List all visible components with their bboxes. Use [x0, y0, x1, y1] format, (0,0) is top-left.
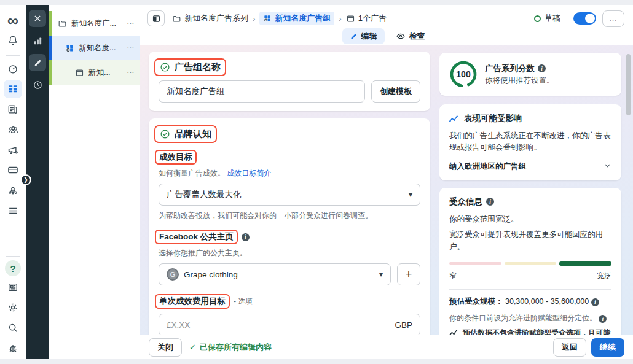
meta-logo-icon[interactable]: ∞ [4, 11, 22, 29]
breadcrumb-sep-icon: › [253, 14, 255, 23]
close-button[interactable]: 关闭 [149, 338, 182, 357]
adset-grid-icon [263, 14, 272, 23]
content-scrollbar[interactable] [626, 54, 631, 115]
chevron-down-icon [604, 161, 611, 171]
annotation-box: 品牌认知 [154, 125, 217, 143]
rail-divider [6, 55, 20, 56]
main-panel: 新知名度广告系列 › 新知名度广告组 › 1个广告 [140, 5, 633, 359]
awareness-card: 品牌认知 成效目标 如何衡量广告成效。 成效目标简介 广告覆盖人数最大化 ▾ 为… [149, 118, 430, 335]
score-value: 100 [449, 60, 478, 88]
add-page-button[interactable]: + [397, 263, 420, 285]
breadcrumb-campaign[interactable]: 新知名度广告系列 [172, 13, 248, 24]
tree-item-ad[interactable]: 新知... ⋯ [49, 60, 140, 85]
adset-name-input[interactable] [167, 87, 357, 96]
info-icon[interactable]: i [538, 64, 546, 72]
rail-divider-bottom [6, 256, 20, 257]
page-label: Facebook 公共主页 [155, 230, 238, 244]
cost-input[interactable] [167, 320, 395, 330]
main-header: 新知名度广告系列 › 新知名度广告组 › 1个广告 [140, 5, 633, 45]
ads-megaphone-icon[interactable] [4, 141, 22, 159]
ad-frame-icon [75, 68, 84, 77]
tree-item-menu-icon[interactable]: ⋯ [127, 44, 135, 52]
create-template-button[interactable]: 创建模板 [371, 80, 420, 103]
expand-rail-arrow[interactable]: ❯ [20, 174, 31, 185]
goal-note: 为帮助改善投放，我们可能会对你的一小部分受众进行问卷调查。 [159, 211, 420, 221]
account-overview-gauge-icon[interactable] [4, 60, 22, 78]
goal-help: 如何衡量广告成效。 成效目标简介 [159, 168, 420, 179]
edit-tab[interactable]: 编辑 [342, 28, 385, 44]
edit-pencil-icon[interactable] [29, 54, 46, 71]
audience-divider [449, 289, 611, 290]
campaigns-table-icon[interactable] [4, 80, 22, 98]
audience-line1: 你的受众范围宽泛。 [449, 214, 611, 225]
awareness-title: 品牌认知 [175, 128, 211, 140]
audience-line2: 宽泛受众可提升表现并覆盖更多可能回应的用户。 [449, 229, 611, 253]
meter-segment-mid [505, 262, 557, 265]
tree-item-menu-icon[interactable]: ⋯ [127, 19, 135, 28]
cost-optional: - 选填 [234, 296, 253, 307]
info-icon[interactable]: i [591, 298, 599, 306]
footer-bar: 关闭 ✓ 已保存所有编辑内容 返回 继续 [140, 335, 633, 359]
back-button[interactable]: 返回 [553, 338, 586, 357]
caret-down-icon: ▾ [379, 270, 383, 279]
score-desc: 你将使用推荐设置。 [485, 76, 554, 86]
audience-title: 受众信息 [449, 196, 482, 207]
trend-icon [449, 329, 459, 335]
draft-status-icon [534, 15, 541, 22]
news-icon[interactable] [4, 278, 22, 296]
pages-icon[interactable] [4, 100, 22, 118]
tree-item-menu-icon[interactable]: ⋯ [127, 68, 135, 77]
collapse-panel-icon[interactable] [147, 10, 165, 26]
breadcrumb: 新知名度广告系列 › 新知名度广告组 › 1个广告 [172, 12, 387, 25]
close-icon[interactable] [29, 10, 46, 27]
trend-icon [449, 115, 460, 123]
estimate-row: 预估受众规模： 30,300,000 - 35,600,000 i [449, 296, 611, 307]
goal-select[interactable]: 广告覆盖人数最大化 ▾ [159, 184, 420, 206]
audiences-icon[interactable] [4, 120, 22, 139]
continue-button[interactable]: 继续 [591, 338, 624, 357]
assets-org-icon[interactable] [4, 181, 22, 199]
info-icon[interactable]: i [242, 233, 250, 241]
notifications-bell-icon[interactable] [4, 31, 22, 50]
goal-help-link[interactable]: 成效目标简介 [227, 169, 271, 177]
europe-adsets-expander[interactable]: 纳入欧洲地区的广告组 [449, 161, 611, 172]
check-circle-icon [160, 129, 170, 139]
meter-segment-broad [559, 261, 611, 266]
campaign-score-card: 100 广告系列分数 i 你将使用推荐设置。 [439, 53, 621, 96]
all-tools-menu-icon[interactable] [4, 201, 22, 220]
help-icon[interactable]: ? [5, 260, 21, 276]
annotation-box: 广告组名称 [154, 58, 226, 76]
tree-item-label: 新知名度... [79, 43, 127, 53]
charts-icon[interactable] [29, 32, 46, 49]
page-select[interactable]: G Grape clothing ▾ [159, 263, 391, 285]
tree-item-campaign[interactable]: 新知名度广... ⋯ [49, 11, 140, 36]
more-options-button[interactable]: … [602, 10, 624, 27]
history-clock-icon[interactable] [29, 76, 46, 93]
billing-card-icon[interactable] [4, 161, 22, 179]
folder-icon [58, 19, 67, 28]
audience-note2: 预估数据不包含进阶赋能型受众选项，且可能会随时 [449, 328, 611, 335]
search-icon[interactable] [4, 319, 22, 337]
content-area: 广告组名称 创建模板 品牌认知 成效目标 [140, 45, 633, 335]
publish-toggle[interactable] [573, 12, 596, 25]
tree-item-adset[interactable]: 新知名度... ⋯ [49, 36, 140, 60]
audience-card: 受众信息 i 你的受众范围宽泛。 宽泛受众可提升表现并覆盖更多可能回应的用户。 … [439, 188, 621, 335]
settings-gear-icon[interactable] [4, 298, 22, 317]
info-icon[interactable]: i [486, 198, 494, 206]
edit-indicator-strip [49, 60, 52, 85]
meter-segment-narrow [449, 262, 501, 265]
breadcrumb-ad[interactable]: 1个广告 [346, 13, 387, 24]
breadcrumb-adset[interactable]: 新知名度广告组 [259, 12, 334, 25]
audience-breadth-meter [449, 261, 611, 266]
review-tab[interactable]: 检查 [390, 28, 431, 44]
scale-broad-label: 宽泛 [597, 271, 611, 281]
adset-grid-icon [65, 44, 74, 53]
goal-label: 成效目标 [155, 150, 197, 165]
adset-name-card: 广告组名称 创建模板 [149, 52, 430, 111]
side-column: 100 广告系列分数 i 你将使用推荐设置。 表现可能受影响 [439, 53, 621, 335]
info-icon[interactable]: i [599, 315, 607, 323]
page-avatar: G [167, 268, 179, 281]
adset-name-input-wrap [159, 80, 365, 103]
bug-report-icon[interactable] [4, 339, 22, 357]
cost-input-wrap: GBP [159, 314, 420, 335]
